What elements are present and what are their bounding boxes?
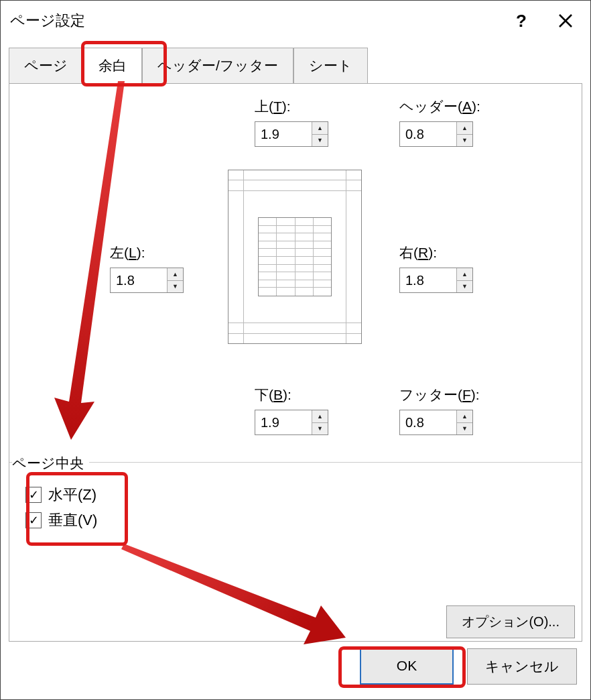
spinner-up-icon[interactable]: ▲ (457, 268, 472, 281)
tab-margins[interactable]: 余白 (83, 48, 142, 84)
section-divider (9, 462, 582, 463)
spinner-down-icon[interactable]: ▼ (312, 135, 328, 147)
check-icon: ✓ (29, 489, 39, 501)
tab-page[interactable]: ページ (9, 48, 83, 83)
spinner-up-icon[interactable]: ▲ (457, 410, 472, 423)
center-section-title: ページ中央 (12, 454, 89, 473)
help-button[interactable]: ? (506, 5, 537, 36)
left-label: 左(L): (110, 243, 184, 262)
bottom-label: 下(B): (255, 386, 328, 404)
spinner-down-icon[interactable]: ▼ (457, 281, 472, 293)
spinner-down-icon[interactable]: ▼ (312, 423, 328, 435)
center-horizontal-label: 水平(Z) (48, 485, 96, 505)
spinner-up-icon[interactable]: ▲ (168, 268, 183, 281)
spinner-down-icon[interactable]: ▼ (457, 423, 472, 435)
dialog-footer: OK キャンセル (1, 638, 590, 699)
title-bar: ページ設定 ? (1, 1, 590, 41)
header-spinner[interactable]: 0.8 ▲▼ (399, 121, 473, 147)
tab-content: 上(T): 1.9 ▲▼ ヘッダー(A): 0.8 ▲▼ 左(L): 1.8 (9, 84, 582, 642)
bottom-spinner[interactable]: 1.9 ▲▼ (255, 410, 328, 435)
close-button[interactable] (550, 5, 581, 36)
tab-header-footer[interactable]: ヘッダー/フッター (142, 48, 293, 83)
right-label: 右(R): (399, 243, 473, 262)
margin-preview (228, 170, 362, 344)
margin-controls: 上(T): 1.9 ▲▼ ヘッダー(A): 0.8 ▲▼ 左(L): 1.8 (23, 97, 568, 446)
close-icon (558, 13, 573, 28)
window-title: ページ設定 (10, 11, 492, 31)
tab-bar: ページ 余白 ヘッダー/フッター シート (9, 48, 582, 84)
left-spinner[interactable]: 1.8 ▲▼ (110, 268, 184, 293)
center-vertical-label: 垂直(V) (48, 510, 97, 530)
top-spinner[interactable]: 1.9 ▲▼ (255, 121, 328, 147)
spinner-up-icon[interactable]: ▲ (312, 122, 328, 135)
center-vertical-checkbox[interactable]: ✓ 垂直(V) (25, 510, 97, 530)
ok-button[interactable]: OK (360, 648, 454, 685)
spinner-down-icon[interactable]: ▼ (168, 281, 183, 293)
cancel-button[interactable]: キャンセル (467, 648, 577, 685)
tab-sheet[interactable]: シート (293, 48, 368, 83)
header-label: ヘッダー(A): (399, 97, 480, 116)
center-horizontal-checkbox[interactable]: ✓ 水平(Z) (25, 485, 97, 505)
top-label: 上(T): (255, 97, 328, 116)
footer-spinner[interactable]: 0.8 ▲▼ (399, 410, 473, 435)
footer-label: フッター(F): (399, 386, 480, 404)
right-spinner[interactable]: 1.8 ▲▼ (399, 268, 473, 293)
options-button[interactable]: オプション(O)... (446, 605, 575, 638)
check-icon: ✓ (29, 514, 39, 526)
spinner-up-icon[interactable]: ▲ (457, 122, 472, 135)
spinner-up-icon[interactable]: ▲ (312, 410, 328, 423)
spinner-down-icon[interactable]: ▼ (457, 135, 472, 147)
